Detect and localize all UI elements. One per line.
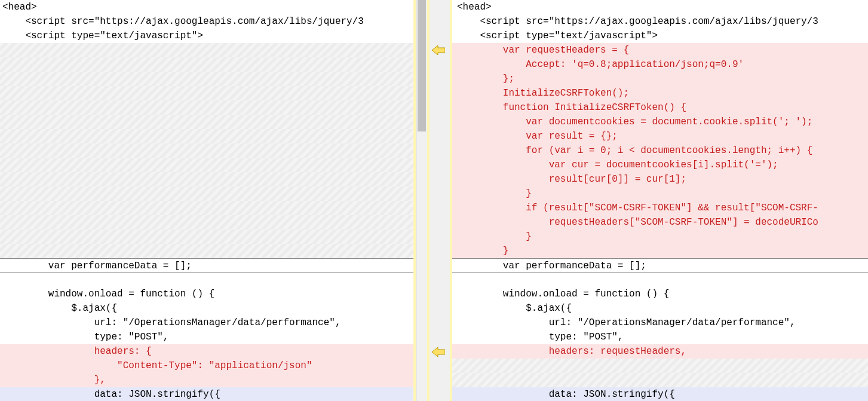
left-code-line[interactable] — [0, 129, 416, 143]
left-code-line[interactable] — [0, 215, 416, 229]
left-code-line[interactable]: }, — [0, 373, 416, 387]
left-code-line[interactable] — [0, 273, 416, 287]
left-code-line[interactable] — [0, 143, 416, 158]
right-code-line[interactable]: } — [452, 186, 868, 201]
right-code-line[interactable] — [452, 273, 868, 287]
left-code-line[interactable] — [0, 244, 416, 258]
svg-marker-0 — [432, 45, 445, 55]
left-pane: <head> <script src="https://ajax.googlea… — [0, 0, 416, 401]
right-code-line[interactable]: requestHeaders["SCOM-CSRF-TOKEN"] = deco… — [452, 215, 868, 229]
left-code-line[interactable]: url: "/OperationsManager/data/performanc… — [0, 316, 416, 330]
center-gutter — [416, 0, 452, 401]
right-code-line[interactable] — [452, 359, 868, 373]
left-code-line[interactable]: data: JSON.stringify({ — [0, 387, 416, 401]
left-pane-marker-strip — [413, 0, 416, 401]
right-pane: <head> <script src="https://ajax.googlea… — [452, 0, 868, 401]
right-code-line[interactable]: <script type="text/javascript"> — [452, 29, 868, 43]
right-code-line[interactable]: type: "POST", — [452, 330, 868, 344]
left-code-line[interactable]: var performanceData = []; — [0, 258, 416, 273]
left-code-line[interactable] — [0, 72, 416, 86]
diff-container: <head> <script src="https://ajax.googlea… — [0, 0, 868, 401]
left-code-line[interactable] — [0, 86, 416, 100]
right-code-line[interactable]: data: JSON.stringify({ — [452, 387, 868, 401]
left-code-line[interactable] — [0, 57, 416, 72]
right-code-line[interactable]: function InitializeCSRFToken() { — [452, 100, 868, 115]
right-code-line[interactable]: if (result["SCOM-CSRF-TOKEN"] && result[… — [452, 201, 868, 215]
left-code-line[interactable]: <head> — [0, 0, 416, 14]
left-code-line[interactable]: "Content-Type": "application/json" — [0, 359, 416, 373]
left-code-line[interactable] — [0, 158, 416, 172]
left-code-line[interactable] — [0, 100, 416, 115]
left-code-line[interactable]: <script src="https://ajax.googleapis.com… — [0, 14, 416, 29]
right-code-line[interactable]: } — [452, 229, 868, 244]
right-code-line[interactable]: url: "/OperationsManager/data/performanc… — [452, 316, 868, 330]
right-code-line[interactable]: for (var i = 0; i < documentcookies.leng… — [452, 143, 868, 158]
right-code-line[interactable]: headers: requestHeaders, — [452, 344, 868, 359]
left-code-line[interactable] — [0, 186, 416, 201]
right-code-line[interactable]: var cur = documentcookies[i].split('='); — [452, 158, 868, 172]
left-code-line[interactable]: <script type="text/javascript"> — [0, 29, 416, 43]
left-code-line[interactable]: $.ajax({ — [0, 301, 416, 316]
merge-arrow-left-icon[interactable] — [432, 347, 445, 357]
right-code-line[interactable]: <head> — [452, 0, 868, 14]
gutter-marker-left — [427, 0, 430, 401]
right-code-line[interactable] — [452, 373, 868, 387]
right-code-line[interactable]: }; — [452, 72, 868, 86]
merge-arrow-left-icon[interactable] — [432, 45, 445, 55]
svg-marker-1 — [432, 347, 445, 357]
right-code-line[interactable]: } — [452, 244, 868, 258]
left-code-line[interactable]: type: "POST", — [0, 330, 416, 344]
left-code-line[interactable] — [0, 43, 416, 57]
right-code-line[interactable]: var performanceData = []; — [452, 258, 868, 273]
right-code-line[interactable]: InitializeCSRFToken(); — [452, 86, 868, 100]
left-code-line[interactable] — [0, 201, 416, 215]
right-code-line[interactable]: var result = {}; — [452, 129, 868, 143]
right-code-line[interactable]: window.onload = function () { — [452, 287, 868, 301]
left-code-line[interactable] — [0, 115, 416, 129]
right-code-line[interactable]: var documentcookies = document.cookie.sp… — [452, 115, 868, 129]
right-code-line[interactable]: <script src="https://ajax.googleapis.com… — [452, 14, 868, 29]
scrollbar-track[interactable] — [416, 0, 427, 401]
right-code-line[interactable]: result[cur[0]] = cur[1]; — [452, 172, 868, 186]
right-code-line[interactable]: Accept: 'q=0.8;application/json;q=0.9' — [452, 57, 868, 72]
right-code-line[interactable]: var requestHeaders = { — [452, 43, 868, 57]
right-code-line[interactable]: $.ajax({ — [452, 301, 868, 316]
scrollbar-thumb[interactable] — [418, 0, 426, 131]
left-code-line[interactable]: headers: { — [0, 344, 416, 359]
left-code-line[interactable] — [0, 172, 416, 186]
left-code-line[interactable]: window.onload = function () { — [0, 287, 416, 301]
left-code-line[interactable] — [0, 229, 416, 244]
